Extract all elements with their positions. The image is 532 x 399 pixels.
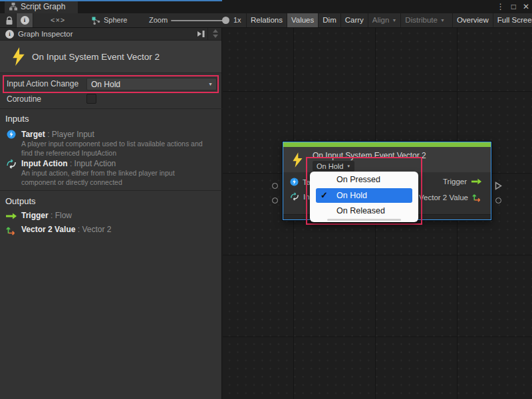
- tab-label: Script Graph: [21, 2, 65, 11]
- values-button[interactable]: Values: [287, 13, 318, 27]
- zoom-slider-track[interactable]: [171, 20, 227, 21]
- input-action-icon: [290, 192, 299, 201]
- event-node-accent-bar: [283, 142, 491, 147]
- tutorial-highlight-field: [3, 75, 219, 93]
- tab-script-graph[interactable]: Script Graph: [5, 0, 78, 13]
- toolbar-button-group: Relations Values Dim Carry Align▼ Distri…: [246, 13, 532, 27]
- unity-script-graph-window: Script Graph ⋮ □ ✕ i <×> Sphere Zoom 1x: [0, 0, 532, 399]
- caret-down-icon: ▼: [392, 18, 396, 23]
- trigger-flow-icon: [471, 178, 482, 185]
- check-icon: ✓: [321, 188, 328, 203]
- graph-toolbar: i <×> Sphere Zoom 1x Relations Values Di…: [0, 13, 532, 28]
- full-screen-button[interactable]: Full Screen: [493, 13, 532, 27]
- input-action-description: An input action, either from the linked …: [21, 169, 209, 187]
- spinner-down-icon[interactable]: [213, 35, 218, 38]
- panel-spinner[interactable]: [213, 29, 218, 38]
- carry-button[interactable]: Carry: [340, 13, 368, 27]
- selected-node-summary: On Input System Event Vector 2: [0, 41, 221, 73]
- spinner-up-icon[interactable]: [213, 29, 218, 33]
- output-port-vector2[interactable]: [495, 198, 501, 203]
- output-trigger-doc: Trigger : Flow: [21, 211, 72, 220]
- port-row-vector2: Vector 2 Value: [419, 192, 482, 202]
- input-port-target[interactable]: [272, 183, 278, 189]
- input-port-action[interactable]: [272, 198, 278, 203]
- caret-down-icon: ▼: [440, 18, 445, 23]
- event-bolt-icon: [292, 152, 303, 168]
- menu-item-on-hold[interactable]: ✓ On Hold: [316, 188, 412, 203]
- distribute-button[interactable]: Distribute▼: [400, 13, 449, 27]
- mode-context-menu: On Pressed ✓ On Hold On Released: [310, 172, 418, 222]
- dock-panel-icon[interactable]: [197, 30, 205, 38]
- focused-panel-indicator: [0, 0, 222, 1]
- vector2-icon: [472, 192, 482, 202]
- inputs-header: Inputs: [5, 114, 29, 124]
- player-input-icon: [7, 130, 16, 139]
- window-menu-icon[interactable]: ⋮: [497, 0, 505, 13]
- zoom-value: 1x: [233, 16, 241, 24]
- zoom-slider-handle[interactable]: [222, 17, 229, 24]
- input-target-doc: Target : Player Input: [21, 130, 94, 139]
- coroutine-checkbox[interactable]: [86, 94, 96, 104]
- info-icon: i: [5, 30, 14, 39]
- player-input-icon: [290, 178, 299, 186]
- close-icon[interactable]: ✕: [523, 0, 529, 13]
- event-bolt-icon: [11, 47, 26, 66]
- input-action-icon: [6, 159, 17, 169]
- vector2-icon: [6, 225, 17, 235]
- trigger-flow-icon: [5, 213, 17, 219]
- divider: [0, 108, 222, 109]
- output-port-trigger[interactable]: [495, 182, 502, 190]
- info-icon: i: [21, 16, 29, 25]
- align-button[interactable]: Align▼: [368, 13, 401, 27]
- separator: [207, 28, 208, 41]
- overview-button[interactable]: Overview: [452, 13, 493, 27]
- hierarchy-icon: [9, 3, 17, 11]
- maximize-icon[interactable]: □: [511, 0, 516, 13]
- graph-breadcrumb[interactable]: Sphere: [104, 16, 127, 24]
- graph-inspector-title: Graph Inspector: [18, 28, 72, 41]
- graph-icon: [92, 17, 100, 25]
- divider: [0, 190, 222, 191]
- output-vector2-doc: Vector 2 Value : Vector 2: [21, 225, 111, 234]
- code-view-icon[interactable]: <×>: [51, 16, 65, 24]
- input-action-doc: Input Action : Input Action: [21, 159, 116, 168]
- menu-item-on-released[interactable]: On Released: [310, 203, 418, 219]
- outputs-header: Outputs: [5, 196, 36, 206]
- port-row-trigger: Trigger: [443, 178, 482, 186]
- input-target-description: A player input component used to list av…: [21, 140, 209, 158]
- window-controls: ⋮ □ ✕: [497, 0, 529, 13]
- relations-button[interactable]: Relations: [246, 13, 287, 27]
- inspector-node-title: On Input System Event Vector 2: [32, 52, 160, 62]
- lock-icon[interactable]: [5, 16, 13, 25]
- menu-scroll-hint: [327, 219, 401, 221]
- graph-inspector-panel: i Graph Inspector On Input System Event …: [0, 28, 222, 399]
- tab-bar: Script Graph ⋮ □ ✕: [0, 0, 532, 13]
- coroutine-label: Coroutine: [7, 94, 41, 104]
- menu-item-on-pressed[interactable]: On Pressed: [310, 172, 418, 188]
- dim-button[interactable]: Dim: [318, 13, 340, 27]
- inspector-toggle-button[interactable]: i: [16, 13, 33, 27]
- zoom-label: Zoom: [149, 16, 168, 24]
- graph-inspector-header: i Graph Inspector: [0, 28, 221, 41]
